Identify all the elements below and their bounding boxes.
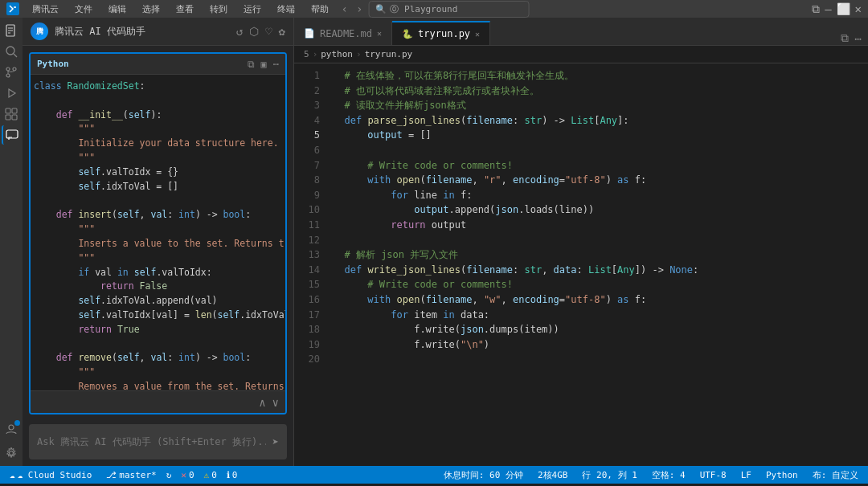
chat-code-line: """ <box>34 366 282 380</box>
editor-line: def parse_json_lines(filename: str) -> L… <box>333 113 862 129</box>
svg-marker-11 <box>9 89 15 97</box>
editor-line: # Write code or comments! <box>333 277 862 292</box>
line-number: 18 <box>294 322 320 337</box>
activity-settings[interactable] <box>2 443 21 463</box>
layout-icon[interactable]: ⧉ <box>812 2 820 16</box>
code-panel: Python ⧉ ▣ ⋯ class RandomizedSet: def __… <box>29 52 287 415</box>
line-number: 3 <box>294 98 320 113</box>
memory-status[interactable]: 2核4GB <box>534 469 571 481</box>
cloud-studio-status[interactable]: ☁ ☁ Cloud Studio <box>6 470 95 480</box>
activity-chat[interactable] <box>2 125 21 145</box>
cloud-studio-label: ☁ Cloud Studio <box>18 470 92 480</box>
chat-code-line: def remove(self, val: int) -> bool: <box>34 351 282 366</box>
cursor-status[interactable]: 行 20, 列 1 <box>579 469 640 481</box>
editor-line: output = [] <box>333 128 862 143</box>
editor-split-icon[interactable]: ⧉ <box>841 31 849 45</box>
tab-tryrun-close[interactable]: ✕ <box>475 30 480 39</box>
line-ending-status[interactable]: LF <box>738 470 755 480</box>
code-more-icon[interactable]: ⋯ <box>273 59 279 70</box>
activity-bar <box>0 18 23 466</box>
activity-account[interactable] <box>2 419 21 439</box>
breadcrumb-number: 5 <box>304 49 309 59</box>
git-branch-status[interactable]: ⎇ master* <box>103 470 159 480</box>
activity-source-control[interactable] <box>2 63 21 82</box>
tab-tryrun[interactable]: 🐍 tryrun.py ✕ <box>392 21 490 45</box>
code-expand-icon[interactable]: ▣ <box>261 59 267 70</box>
line-number: 7 <box>294 158 320 174</box>
editor-line: # 也可以将代码域者注释完成行或者块补全。 <box>333 84 862 99</box>
editor-line: # Write code or comments! <box>333 158 862 174</box>
editor-line: # 读取文件并解析json格式 <box>333 98 862 113</box>
warning-icon: ⚠ <box>204 470 210 480</box>
editor-more-icon[interactable]: ⋯ <box>855 32 862 45</box>
nav-forward-button[interactable]: › <box>354 2 365 15</box>
code-scroll-down-icon[interactable]: ∨ <box>272 396 279 409</box>
line-number: 1 <box>294 68 320 84</box>
line-number: 14 <box>294 263 320 278</box>
code-scroll-up-icon[interactable]: ∧ <box>259 396 265 409</box>
chat-code-line: """ <box>34 122 282 137</box>
custom-layout-status[interactable]: 布: 自定义 <box>809 469 862 481</box>
editor-line <box>333 352 862 367</box>
activity-search[interactable] <box>2 42 21 61</box>
line-number: 9 <box>294 188 320 203</box>
chat-share-icon[interactable]: ✿ <box>279 25 285 38</box>
tab-readme-close[interactable]: ✕ <box>377 29 382 38</box>
breadcrumb-sep-2: › <box>356 49 362 59</box>
chat-code-line: self.valToIdx[val] = len(self.idxToVal) … <box>34 308 282 323</box>
tab-tryrun-label: tryrun.py <box>418 28 470 39</box>
main-layout: 腾 腾讯云 AI 代码助手 ↺ ⬡ ♡ ✿ Python ⧉ ▣ ⋯ class… <box>0 18 868 466</box>
menu-select[interactable]: 选择 <box>139 3 163 15</box>
code-copy-icon[interactable]: ⧉ <box>248 59 255 70</box>
time-left-status[interactable]: 休息时间: 60 分钟 <box>440 469 526 481</box>
tab-readme-label: README.md <box>320 28 372 39</box>
left-panel: 腾 腾讯云 AI 代码助手 ↺ ⬡ ♡ ✿ Python ⧉ ▣ ⋯ class… <box>23 18 294 466</box>
editor-code[interactable]: # 在线体验，可以在第8行行尾回车和触发补全生成。 # 也可以将代码域者注释完成… <box>326 63 868 466</box>
right-panel: 📄 README.md ✕ 🐍 tryrun.py ✕ ⧉ ⋯ 5 › pyth… <box>294 18 868 466</box>
activity-files[interactable] <box>2 21 21 40</box>
info-icon: ℹ <box>227 470 230 480</box>
line-number: 11 <box>294 218 320 233</box>
line-number: 20 <box>294 352 320 367</box>
maximize-button[interactable]: ⬜ <box>837 2 850 15</box>
title-bar-left: 腾讯云 文件 编辑 选择 查看 转到 运行 终端 帮助 <box>6 2 332 15</box>
chat-code-line: self.idxToVal.append(val) <box>34 294 282 308</box>
svg-rect-14 <box>6 115 10 120</box>
menu-help[interactable]: 帮助 <box>308 3 332 15</box>
close-button[interactable]: ✕ <box>855 2 862 15</box>
status-right: 休息时间: 60 分钟 2核4GB 行 20, 列 1 空格: 4 UTF-8 … <box>440 469 862 481</box>
encoding-status[interactable]: UTF-8 <box>697 470 730 480</box>
menu-file[interactable]: 文件 <box>72 3 96 15</box>
chat-send-icon[interactable]: ➤ <box>272 435 279 448</box>
menu-goto[interactable]: 转到 <box>207 3 231 15</box>
spaces-status[interactable]: 空格: 4 <box>649 469 689 481</box>
chat-like-icon[interactable]: ♡ <box>265 25 272 38</box>
warnings-status[interactable]: ⚠ 0 <box>201 470 220 480</box>
line-number: 17 <box>294 308 320 323</box>
tab-readme[interactable]: 📄 README.md ✕ <box>294 21 392 45</box>
menu-terminal[interactable]: 终端 <box>274 3 298 15</box>
chat-input[interactable] <box>37 436 266 447</box>
code-footer: ∧ ∨ <box>31 390 285 413</box>
search-bar[interactable]: 🔍 ⓪ Playground <box>368 1 529 18</box>
menu-tencentcloud[interactable]: 腾讯云 <box>29 3 62 15</box>
sync-status[interactable]: ↻ <box>163 470 175 480</box>
line-numbers: 1 2 3 4 5 6 7 8 9 10 11 12 13 14 15 16 1… <box>294 63 326 466</box>
activity-extensions[interactable] <box>2 104 21 124</box>
editor-line <box>333 143 862 158</box>
minimize-button[interactable]: — <box>825 2 831 15</box>
language-status[interactable]: Python <box>763 470 801 480</box>
errors-status[interactable]: ✕ 0 <box>178 470 197 480</box>
breadcrumb-lang[interactable]: python <box>321 49 353 59</box>
code-content[interactable]: class RandomizedSet: def __init__(self):… <box>31 75 285 390</box>
menu-edit[interactable]: 编辑 <box>105 3 129 15</box>
breadcrumb-file[interactable]: tryrun.py <box>365 49 413 59</box>
nav-back-button[interactable]: ‹ <box>339 2 350 15</box>
info-status[interactable]: ℹ 0 <box>223 470 241 480</box>
activity-debug[interactable] <box>2 84 21 103</box>
chat-plugin-icon[interactable]: ⬡ <box>249 25 259 38</box>
menu-view[interactable]: 查看 <box>173 3 197 15</box>
chat-code-line: Initialize your data structure here. <box>34 137 282 151</box>
chat-refresh-icon[interactable]: ↺ <box>236 25 243 38</box>
menu-run[interactable]: 运行 <box>240 3 264 15</box>
